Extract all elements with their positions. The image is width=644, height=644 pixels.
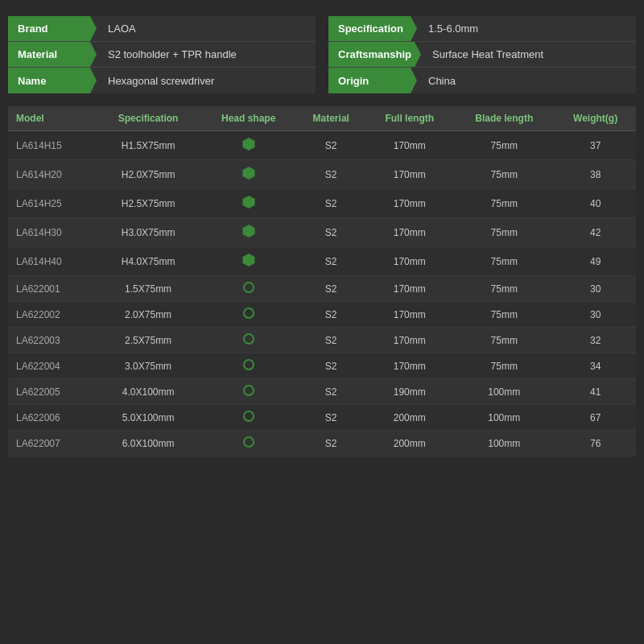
col-header-model: Model [8,106,96,131]
cell-head-shape [200,302,296,328]
svg-marker-0 [242,138,254,151]
cell-spec: 1.5X75mm [96,276,200,302]
cell-weight: 40 [555,189,636,218]
col-header-material: Material [296,106,365,131]
value-origin: China [417,68,636,93]
cell-weight: 30 [555,302,636,328]
cell-full-length: 170mm [365,131,453,160]
cell-head-shape [200,328,296,353]
label-specification: Specification [328,16,417,41]
value-specification: 1.5-6.0mm [417,16,636,41]
table-row: LA6220076.0X100mmS2200mm100mm76 [8,431,636,456]
cell-spec: H2.5X75mm [96,189,200,218]
svg-marker-4 [242,254,254,266]
info-row-name: Name Hexagonal screwdriver [8,68,316,93]
cell-model: LA614H30 [8,218,96,247]
cell-full-length: 170mm [365,218,453,247]
table-row: LA614H20H2.0X75mm S2170mm75mm38 [8,160,636,189]
cell-head-shape [200,247,296,276]
circle-icon [243,411,254,422]
cell-material: S2 [296,247,365,276]
cell-blade-length: 75mm [453,276,555,302]
table-row: LA6220065.0X100mmS2200mm100mm67 [8,405,636,431]
cell-blade-length: 75mm [453,353,555,379]
col-header-full-length: Full length [365,106,453,131]
circle-icon [243,385,254,396]
cell-weight: 38 [555,160,636,189]
cell-head-shape [200,131,296,160]
cell-weight: 32 [555,328,636,353]
info-row-material: Material S2 toolholder + TPR handle [8,42,316,68]
cell-material: S2 [296,328,365,353]
cell-material: S2 [296,353,365,379]
cell-full-length: 170mm [365,353,453,379]
cell-weight: 34 [555,353,636,379]
hex-icon [242,195,256,209]
cell-spec: 5.0X100mm [96,405,200,431]
cell-material: S2 [296,431,365,456]
cell-head-shape [200,160,296,189]
circle-icon [243,308,254,319]
cell-spec: 6.0X100mm [96,431,200,456]
cell-head-shape [200,379,296,405]
col-header-head-shape: Head shape [200,106,296,131]
table-header-row: Model Specification Head shape Material … [8,106,636,131]
table-row: LA614H15H1.5X75mm S2170mm75mm37 [8,131,636,160]
table-row: LA6220043.0X75mmS2170mm75mm34 [8,353,636,379]
cell-blade-length: 75mm [453,302,555,328]
cell-spec: H3.0X75mm [96,218,200,247]
cell-model: LA614H25 [8,189,96,218]
cell-blade-length: 75mm [453,328,555,353]
cell-blade-length: 75mm [453,218,555,247]
cell-blade-length: 75mm [453,160,555,189]
col-header-specification: Specification [96,106,200,131]
cell-material: S2 [296,131,365,160]
label-craftsmanship: Craftsmanship [328,42,421,67]
cell-model: LA622001 [8,276,96,302]
cell-model: LA614H40 [8,247,96,276]
cell-weight: 67 [555,405,636,431]
value-name: Hexagonal screwdriver [97,68,316,93]
cell-weight: 49 [555,247,636,276]
cell-material: S2 [296,218,365,247]
cell-material: S2 [296,405,365,431]
value-brand: LAOA [97,16,316,41]
table-row: LA614H40H4.0X75mm S2170mm75mm49 [8,247,636,276]
cell-full-length: 170mm [365,302,453,328]
label-origin: Origin [328,68,417,93]
table-row: LA6220022.0X75mmS2170mm75mm30 [8,302,636,328]
cell-full-length: 200mm [365,431,453,456]
cell-spec: 3.0X75mm [96,353,200,379]
table-row: LA614H30H3.0X75mm S2170mm75mm42 [8,218,636,247]
col-header-blade-length: Blade length [453,106,555,131]
table-row: LA6220011.5X75mmS2170mm75mm30 [8,276,636,302]
label-material: Material [8,42,97,67]
circle-icon [243,333,254,345]
cell-weight: 76 [555,431,636,456]
cell-head-shape [200,189,296,218]
cell-full-length: 190mm [365,379,453,405]
cell-head-shape [200,218,296,247]
cell-blade-length: 100mm [453,405,555,431]
cell-model: LA614H20 [8,160,96,189]
cell-weight: 30 [555,276,636,302]
hex-icon [242,224,256,238]
cell-full-length: 170mm [365,160,453,189]
info-card-left: Brand LAOA Material S2 toolholder + TPR … [8,16,316,93]
cell-head-shape [200,276,296,302]
hex-icon [242,137,256,151]
cell-weight: 41 [555,379,636,405]
info-row-origin: Origin China [328,68,636,93]
info-row-craftsmanship: Craftsmanship Surface Heat Treatment [328,42,636,68]
cell-model: LA622007 [8,431,96,456]
cell-weight: 37 [555,131,636,160]
cell-model: LA622004 [8,353,96,379]
cell-spec: H1.5X75mm [96,131,200,160]
cell-full-length: 170mm [365,189,453,218]
cell-blade-length: 75mm [453,131,555,160]
cell-head-shape [200,431,296,456]
cell-material: S2 [296,379,365,405]
info-row-spec: Specification 1.5-6.0mm [328,16,636,42]
circle-icon [243,282,254,293]
table-row: LA614H25H2.5X75mm S2170mm75mm40 [8,189,636,218]
